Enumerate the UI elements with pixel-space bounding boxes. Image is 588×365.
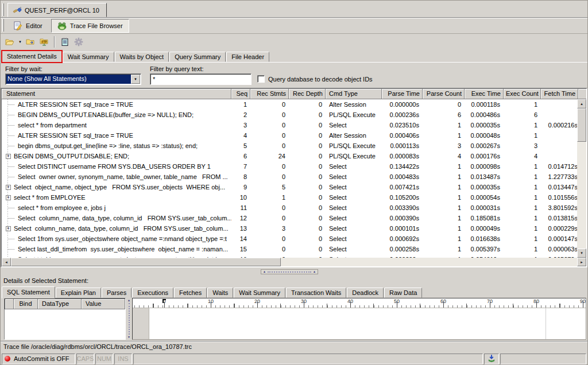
scroll-down-icon[interactable]: ▼	[577, 248, 586, 258]
cell-statement: +Select object_name, object_type FROM SY…	[2, 182, 231, 192]
tab-sql-statement[interactable]: SQL Statement	[2, 286, 55, 298]
tab-query-summary[interactable]: Query Summary	[169, 52, 226, 62]
scrollbar-thumb[interactable]	[577, 108, 586, 142]
open-folder-dropdown-button[interactable]: ▼	[17, 36, 24, 49]
sql-editor[interactable]: 0102030405060708090	[132, 298, 586, 340]
table-row[interactable]: ALTER SESSION SET sql_trace = TRUE400Alt…	[2, 130, 577, 141]
decode-object-ids-option[interactable]: Query database to decode object IDs	[257, 75, 373, 83]
cell-rec-depth: 0	[289, 244, 326, 254]
scroll-left-icon[interactable]: ◄	[2, 258, 11, 266]
vertical-scrollbar[interactable]: ▲ ▼	[577, 99, 586, 258]
tree-branch-icon	[8, 135, 14, 136]
column-header-rec-depth[interactable]: Rec Depth	[289, 89, 326, 99]
tab-parses[interactable]: Parses	[102, 288, 131, 298]
tab-wait-summary-detail[interactable]: Wait Summary	[234, 288, 285, 298]
table-row[interactable]: Select owner owner, synonym_name, table_…	[2, 172, 577, 182]
table-row[interactable]: begin dbms_output.get_line(line => :line…	[2, 141, 577, 151]
column-header-exec-count[interactable]: Exec Count	[504, 89, 541, 99]
scrollbar-thumb[interactable]	[11, 258, 281, 266]
tab-wait-summary[interactable]: Wait Summary	[63, 52, 114, 62]
toolbar-grip[interactable]	[2, 3, 4, 16]
trace-file-browser-tab[interactable]: Trace File Browser	[51, 19, 129, 33]
session-tab[interactable]: QUEST_PERF@ORCL 10	[7, 3, 107, 17]
statement-text: ALTER SESSION SET sql_trace = TRUE	[18, 130, 133, 141]
dropdown-arrow-icon[interactable]: ▼	[131, 75, 140, 84]
expand-plus-icon[interactable]: +	[6, 195, 11, 200]
horizontal-scrollbar[interactable]: ◄ ►	[2, 258, 586, 266]
cell-parse-count: 1	[423, 130, 465, 141]
value-column-header[interactable]: Value	[82, 299, 125, 309]
table-row[interactable]: Select t.table_name user as owner, t.clu…	[2, 254, 577, 258]
scroll-right-icon[interactable]: ►	[577, 258, 586, 266]
tab-statement-details[interactable]: Statement Details	[2, 51, 62, 63]
cell-cmd-type: Alter Session	[326, 130, 382, 141]
statement-text: select * from employee e, jobs j	[18, 203, 106, 213]
bind-grid-body[interactable]	[5, 309, 125, 339]
settings-button[interactable]	[72, 36, 86, 49]
tab-raw-data[interactable]: Raw Data	[384, 288, 422, 298]
editor-body[interactable]	[133, 308, 586, 339]
vertical-splitter[interactable]: ▲ ▼	[126, 298, 131, 340]
scrollbar-track[interactable]	[577, 142, 586, 248]
table-row[interactable]: ALTER SESSION SET sql_trace = TRUE100Alt…	[2, 99, 577, 110]
checkbox-icon[interactable]	[257, 75, 265, 83]
column-header-exec-time[interactable]: Exec Time	[465, 89, 504, 99]
scroll-up-icon[interactable]: ▲	[577, 99, 586, 108]
export-panel[interactable]	[484, 354, 499, 364]
column-header-seq[interactable]: Seq	[231, 89, 250, 99]
query-filter-input[interactable]	[150, 73, 252, 85]
column-header-fetch-time[interactable]: Fetch Time	[541, 89, 578, 99]
column-header-parse-count[interactable]: Parse Count	[423, 89, 465, 99]
table-row[interactable]: +select * from EMPLOYEE1010Select0.10520…	[2, 192, 577, 203]
cell-rec-stmts: 0	[250, 234, 289, 244]
cell-parse-count: 1	[423, 192, 465, 203]
scrollbar-track[interactable]	[281, 258, 577, 266]
table-row[interactable]: Select 1from sys.user_objectswhere objec…	[2, 234, 577, 244]
editor-tab[interactable]: Editor	[7, 19, 49, 33]
expand-plus-icon[interactable]: +	[6, 185, 11, 190]
table-row[interactable]: Select DISTINCT username FROM SYS.DBA_US…	[2, 161, 577, 172]
tab-file-header[interactable]: File Header	[226, 52, 269, 62]
download-icon	[488, 354, 496, 363]
tab-transaction-waits[interactable]: Transaction Waits	[286, 288, 346, 298]
ftp-open-button[interactable]: FTP	[37, 36, 51, 49]
toolbar-separator	[54, 36, 55, 48]
datatype-column-header[interactable]: DataType	[38, 299, 82, 309]
toolbar-grip[interactable]	[2, 19, 4, 32]
bind-column-header[interactable]: Bind	[14, 299, 38, 309]
table-row[interactable]: Select column_name, data_type, column_id…	[2, 213, 577, 223]
tab-waits-by-object[interactable]: Waits by Object	[115, 52, 169, 62]
cell-exec-count: 1	[504, 234, 541, 244]
wait-filter-select[interactable]: None (Show All Statements) ▼	[5, 73, 141, 85]
trace-notes-button[interactable]	[58, 36, 72, 49]
cell-rec-depth: 0	[289, 213, 326, 223]
tab-fetches[interactable]: Fetches	[174, 288, 207, 298]
reopen-folder-button[interactable]	[24, 36, 37, 49]
expand-plus-icon[interactable]: +	[6, 226, 11, 231]
table-row[interactable]: Select last_ddl_timefrom sys.user_object…	[2, 244, 577, 254]
column-header-parse-time[interactable]: Parse Time	[382, 89, 423, 99]
tab-explain-plan[interactable]: Explain Plan	[56, 288, 101, 298]
cell-parse-time: 0.007421s	[382, 182, 423, 192]
column-header-statement[interactable]: Statement	[2, 89, 231, 99]
expand-plus-icon[interactable]: +	[6, 154, 11, 159]
cell-parse-time: 0.000390s	[382, 213, 423, 223]
column-header-rec-stmts[interactable]: Rec Stmts	[250, 89, 289, 99]
table-row[interactable]: BEGIN DBMS_OUTPUT.ENABLE(buffer_size => …	[2, 110, 577, 120]
splitter-collapse-handle[interactable]: ▲ ▲	[261, 269, 318, 274]
cell-seq: 14	[231, 234, 250, 244]
table-row[interactable]: +BEGIN DBMS_OUTPUT.DISABLE; END;6240PL/S…	[2, 151, 577, 161]
open-folder-button[interactable]	[3, 36, 17, 49]
cell-parse-time: 0.000000s	[382, 99, 423, 110]
horizontal-splitter[interactable]: ▲ ▲	[1, 267, 587, 276]
table-row[interactable]: select * from employee e, jobs j1100Sele…	[2, 203, 577, 213]
tab-executions[interactable]: Executions	[132, 288, 173, 298]
tab-waits[interactable]: Waits	[207, 288, 233, 298]
table-row[interactable]: select * from department300Select0.02351…	[2, 120, 577, 130]
table-row[interactable]: +Select object_name, object_type FROM SY…	[2, 182, 577, 192]
cell-parse-count: 1	[423, 234, 465, 244]
table-row[interactable]: +Select column_name, data_type, column_i…	[2, 223, 577, 234]
column-header-cmd-type[interactable]: Cmd Type	[326, 89, 382, 99]
application-window: QUEST_PERF@ORCL 10 Editor Trace File Bro…	[0, 0, 588, 365]
tab-deadlock[interactable]: Deadlock	[347, 288, 384, 298]
